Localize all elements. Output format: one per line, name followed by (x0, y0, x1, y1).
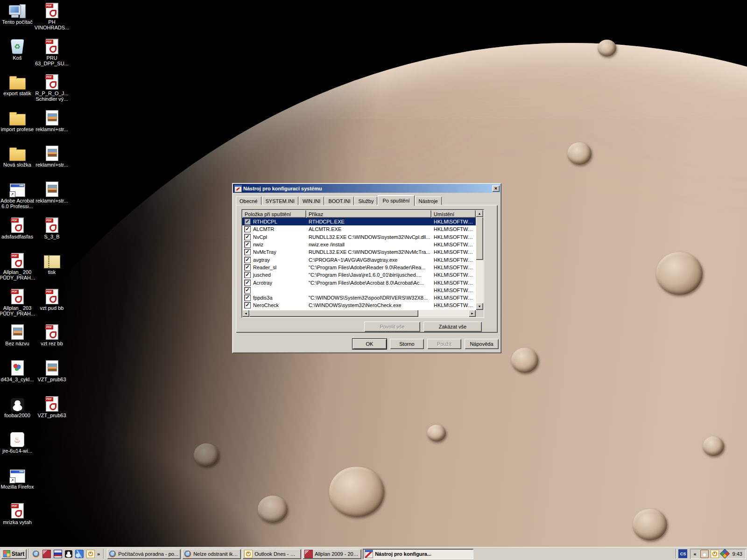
taskbar-clock[interactable]: 9:43 (733, 551, 742, 557)
table-row[interactable]: ✓ALCMTRALCMTR.EXEHKLM\SOFTWARE\Micro (242, 225, 476, 233)
table-row[interactable]: ✓Reader_sl"C:\Program Files\Adobe\Reader… (242, 264, 476, 271)
table-row[interactable]: ✓avgtrayC:\PROGRA~1\AVG\AVG8\avgtray.exe… (242, 256, 476, 263)
desktop-icon[interactable]: Bez názvu (0, 323, 35, 357)
task-button[interactable]: Nástroj pro konfigura... (363, 549, 473, 559)
cancel-button[interactable]: Storno (390, 339, 424, 349)
desktop-icon[interactable]: foobar2000 (0, 395, 35, 428)
desktop-icon[interactable]: PDFPH VINOHRADS... (35, 1, 69, 35)
desktop-icon[interactable]: PDFS_3_B (35, 216, 69, 250)
column-header-location[interactable]: Umístění (431, 210, 476, 218)
task-button-label: Počítačová poradna - po... (118, 551, 178, 557)
desktop-icon[interactable]: reklamní+str... (35, 144, 69, 178)
desktop-icon[interactable]: reklamní+str... (35, 180, 69, 214)
desktop-icon[interactable]: import profese (0, 109, 35, 142)
table-row[interactable]: ✓NvMcTrayRUNDLL32.EXE C:\WINDOWS\system3… (242, 248, 476, 256)
firefox-icon[interactable] (32, 550, 40, 558)
horizontal-scroll-thumb[interactable] (249, 310, 418, 317)
tab-WIN.INI[interactable]: WIN.INI (299, 196, 324, 205)
desktop-icon[interactable]: ♻Koš (0, 37, 35, 71)
table-row[interactable]: ✓NeroCheckC:\WINDOWS\system32\NeroCheck.… (242, 301, 476, 309)
task-button[interactable]: Počítačová poradna - po... (107, 549, 181, 559)
table-row[interactable]: ✓fppdis3a"C:\WINDOWS\System32\spool\DRIV… (242, 294, 476, 301)
vertical-scrollbar[interactable]: ▲ ▼ (476, 210, 483, 310)
checkbox-icon[interactable]: ✓ (244, 234, 251, 240)
tab-Služby[interactable]: Služby (354, 196, 377, 205)
desktop-icon[interactable]: PDFvzt rez bb (35, 323, 69, 357)
close-button[interactable]: ✕ (492, 185, 500, 192)
desktop-icon[interactable]: PDFmrizka vytah (0, 502, 35, 535)
table-row[interactable]: ✓NvCplRUNDLL32.EXE C:\WINDOWS\system32\N… (242, 233, 476, 241)
avg-tray-icon[interactable] (721, 550, 728, 557)
cell-location: HKLM\SOFTWARE\Micro (431, 249, 476, 255)
checkbox-icon[interactable]: ✓ (244, 302, 251, 308)
task-button[interactable]: Outlook Dnes - Microsoft... (242, 549, 301, 559)
scroll-down-icon[interactable]: ▼ (476, 303, 483, 310)
dialog-titlebar[interactable]: Nástroj pro konfiguraci systému ✕ (233, 184, 500, 193)
language-indicator[interactable]: CS (678, 549, 687, 558)
desktop-icon[interactable]: PDFadsfasdfasfas (0, 216, 35, 250)
task-button[interactable]: Nelze odstranit ikony z pl... (182, 549, 241, 559)
start-button[interactable]: Start (1, 549, 27, 559)
desktop-icon[interactable]: ↗Mozilla Firefox (0, 466, 35, 500)
checkbox-icon[interactable]: ✓ (244, 294, 251, 301)
foobar-icon[interactable] (65, 550, 72, 558)
vertical-scroll-track[interactable] (476, 260, 483, 303)
apply-button[interactable]: Použít (427, 339, 461, 349)
desktop-icon[interactable]: PDFAllplan_ 203 PŮDY_PRAH... (0, 287, 35, 321)
scroll-up-icon[interactable]: ▲ (476, 210, 483, 217)
desktop-icon[interactable]: PDFR_P_R_O_J... Schindler vý... (35, 73, 69, 106)
table-row[interactable]: ✓RTHDCPLRTHDCPL.EXEHKLM\SOFTWARE\Micro (242, 218, 476, 225)
tab-Po spuštění[interactable]: Po spuštění (378, 195, 414, 206)
enable-all-button[interactable]: Povolit vše (364, 322, 420, 332)
desktop-icon[interactable]: export statik (0, 73, 35, 106)
desktop-icon[interactable]: d434_3_cykl... (0, 359, 35, 392)
blueapp-icon[interactable] (75, 550, 84, 558)
totalcmd-icon[interactable] (54, 550, 62, 558)
quick-launch-overflow-icon[interactable]: » (96, 551, 101, 557)
ok-button[interactable]: OK (352, 339, 387, 349)
desktop-icon[interactable]: PDFAllplan_ 200 PŮDY_PRAH... (0, 252, 35, 285)
allplan-icon[interactable] (42, 550, 51, 558)
checkbox-icon[interactable]: ✓ (244, 249, 251, 255)
checkbox-icon[interactable]: ✓ (244, 272, 251, 278)
table-row[interactable]: ✓nwiznwiz.exe /installHKLM\SOFTWARE\Micr… (242, 241, 476, 248)
tab-Obecné[interactable]: Obecné (236, 196, 261, 205)
checkbox-icon[interactable]: ✓ (244, 257, 251, 263)
tray-collapse-icon[interactable]: « (692, 551, 698, 557)
outlook-icon[interactable] (86, 550, 95, 558)
desktop-icon[interactable]: ↗Adobe Acrobat 6.0 Professi... (0, 180, 35, 214)
checkbox-icon[interactable]: ✓ (244, 218, 251, 225)
checkbox-icon[interactable]: ✓ (244, 241, 251, 248)
java-tray-icon[interactable] (700, 550, 709, 558)
checkbox-icon[interactable]: ✓ (244, 264, 251, 271)
table-row[interactable]: ✓jusched"C:\Program Files\Java\jre1.6.0_… (242, 271, 476, 279)
scroll-right-icon[interactable]: ► (469, 310, 476, 317)
desktop-icon[interactable]: tisk (35, 252, 69, 285)
horizontal-scrollbar[interactable]: ◄ ► (242, 310, 476, 317)
desktop-icon[interactable]: PDFvzt pud bb (35, 287, 69, 321)
vertical-scroll-thumb[interactable] (476, 217, 483, 260)
desktop-icon[interactable]: Nová složka (0, 144, 35, 178)
task-button[interactable]: Allplan 2009 - 2010_BRE... (303, 549, 361, 559)
column-header-item[interactable]: Položka při spuštění (242, 210, 306, 218)
desktop-icon[interactable]: VZT_prub63 (35, 359, 69, 392)
desktop-icon[interactable]: reklamní+str... (35, 109, 69, 142)
help-button[interactable]: Nápověda (465, 339, 499, 349)
table-row[interactable]: ✓Acrotray"C:\Program Files\Adobe\Acrobat… (242, 279, 476, 286)
checkbox-icon[interactable]: ✓ (244, 226, 251, 232)
desktop-icon[interactable]: ♨jre-6u14-wi... (0, 430, 35, 464)
desktop-icon[interactable]: PDFPRU 63_DPP_SU... (35, 37, 69, 71)
table-row[interactable]: ✓HKLM\SOFTWARE\Micro (242, 287, 476, 294)
outlook-tray-icon[interactable] (711, 550, 719, 558)
tab-Nástroje[interactable]: Nástroje (415, 196, 442, 205)
tab-SYSTEM.INI[interactable]: SYSTEM.INI (262, 196, 298, 205)
horizontal-scroll-track[interactable] (418, 310, 469, 317)
checkbox-icon[interactable]: ✓ (244, 280, 251, 286)
desktop-icon[interactable]: PDFVZT_prub63 (35, 395, 69, 428)
disable-all-button[interactable]: Zakázat vše (423, 322, 482, 332)
column-header-command[interactable]: Příkaz (306, 210, 431, 218)
scroll-left-icon[interactable]: ◄ (242, 310, 249, 317)
checkbox-icon[interactable]: ✓ (244, 287, 251, 294)
tab-BOOT.INI[interactable]: BOOT.INI (324, 196, 354, 205)
desktop-icon[interactable]: Tento počítač (0, 1, 35, 35)
